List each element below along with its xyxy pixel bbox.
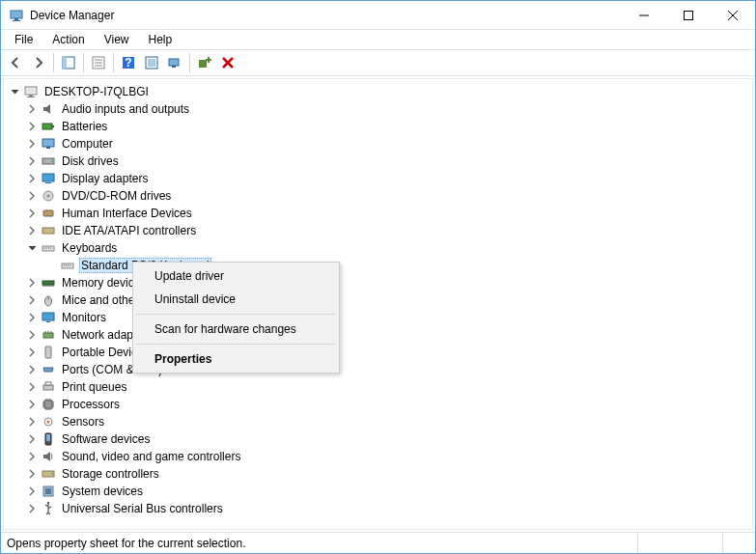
tree-category[interactable]: Processors: [4, 396, 752, 413]
forward-button[interactable]: [28, 52, 49, 73]
ctx-scan-hardware[interactable]: Scan for hardware changes: [135, 318, 337, 341]
expand-icon[interactable]: [25, 311, 39, 324]
expand-icon[interactable]: [25, 415, 39, 429]
expand-icon[interactable]: [25, 120, 39, 133]
tree-category-label: Keyboards: [60, 241, 119, 255]
expand-icon[interactable]: [25, 485, 39, 498]
keyboard-icon: [60, 258, 75, 273]
device-tree[interactable]: DESKTOP-I7QLBGIAudio inputs and outputsB…: [3, 78, 753, 530]
tree-category[interactable]: Universal Serial Bus controllers: [4, 500, 752, 517]
expand-icon[interactable]: [25, 467, 39, 481]
expand-icon[interactable]: [25, 328, 39, 342]
svg-rect-23: [42, 174, 54, 181]
add-legacy-button[interactable]: [194, 52, 215, 73]
svg-rect-27: [43, 210, 53, 216]
tree-category[interactable]: Portable Devices: [4, 344, 752, 361]
ctx-update-driver[interactable]: Update driver: [135, 264, 337, 288]
svg-rect-1: [14, 18, 18, 20]
tree-category-label: Print queues: [60, 380, 128, 394]
tree-category[interactable]: Ports (COM & LPT): [4, 361, 752, 378]
properties-button[interactable]: [88, 52, 109, 73]
action-button[interactable]: [141, 52, 162, 73]
tree-device[interactable]: Standard PS/2 Keyboard: [4, 257, 752, 274]
expand-icon[interactable]: [25, 293, 39, 307]
tree-category-label: Processors: [60, 398, 122, 411]
category-icon: [41, 136, 56, 152]
expand-icon[interactable]: [25, 224, 39, 237]
svg-rect-14: [25, 87, 37, 95]
tree-category[interactable]: Sound, video and game controllers: [4, 448, 752, 465]
menu-view[interactable]: View: [97, 31, 137, 48]
tree-category-label: Disk drives: [60, 154, 121, 168]
tree-category[interactable]: Audio inputs and outputs: [4, 100, 752, 118]
minimize-button[interactable]: [622, 1, 666, 30]
expand-icon[interactable]: [25, 502, 39, 515]
expand-icon[interactable]: [25, 207, 39, 220]
tree-category[interactable]: Software devices: [4, 430, 752, 448]
separator: [83, 53, 84, 72]
help-button[interactable]: ?: [118, 52, 139, 73]
ctx-uninstall-device[interactable]: Uninstall device: [135, 288, 337, 311]
expand-icon[interactable]: [25, 363, 39, 376]
menu-action[interactable]: Action: [44, 31, 92, 48]
menu-file[interactable]: File: [7, 31, 41, 48]
tree-category[interactable]: Human Interface Devices: [4, 205, 752, 222]
expand-icon[interactable]: [25, 432, 39, 446]
tree-category[interactable]: Storage controllers: [4, 465, 752, 483]
tree-category[interactable]: Disk drives: [4, 152, 752, 170]
status-bar: Opens property sheet for the current sel…: [1, 532, 755, 553]
tree-category[interactable]: Batteries: [4, 118, 752, 135]
spacer: [44, 259, 58, 272]
expand-icon[interactable]: [25, 380, 39, 394]
svg-rect-18: [52, 125, 54, 127]
category-icon: [41, 327, 56, 343]
tree-category-label: System devices: [60, 485, 145, 498]
tree-category[interactable]: Monitors: [4, 309, 752, 326]
expand-icon[interactable]: [25, 154, 39, 168]
category-icon: [41, 466, 56, 482]
tree-category[interactable]: Keyboards: [4, 239, 752, 257]
expand-icon[interactable]: [25, 137, 39, 151]
collapse-icon[interactable]: [8, 85, 21, 98]
maximize-button[interactable]: [666, 1, 711, 30]
menu-help[interactable]: Help: [141, 31, 181, 48]
expand-icon[interactable]: [25, 398, 39, 411]
tree-category[interactable]: Print queues: [4, 378, 752, 396]
tree-category[interactable]: Memory devices: [4, 274, 752, 291]
tree-category[interactable]: Mice and other pointing devices: [4, 291, 752, 309]
svg-rect-0: [11, 11, 22, 18]
tree-root-node[interactable]: DESKTOP-I7QLBGI: [4, 83, 752, 100]
tree-category[interactable]: IDE ATA/ATAPI controllers: [4, 222, 752, 239]
tree-category[interactable]: Sensors: [4, 413, 752, 430]
svg-point-41: [47, 421, 50, 424]
expand-icon[interactable]: [25, 102, 39, 116]
expand-icon[interactable]: [25, 189, 39, 203]
tree-category[interactable]: Display adapters: [4, 170, 752, 187]
tree-category[interactable]: Computer: [4, 135, 752, 152]
uninstall-button[interactable]: [217, 52, 238, 73]
collapse-icon[interactable]: [25, 241, 39, 255]
ctx-properties[interactable]: Properties: [135, 347, 337, 371]
tree-category[interactable]: System devices: [4, 483, 752, 500]
close-button[interactable]: [711, 1, 755, 30]
expand-icon[interactable]: [25, 172, 39, 185]
separator: [113, 53, 114, 72]
tree-category[interactable]: Network adapters: [4, 326, 752, 344]
svg-rect-35: [43, 333, 53, 338]
separator: [136, 314, 336, 315]
scan-hardware-button[interactable]: [164, 52, 185, 73]
expand-icon[interactable]: [25, 450, 39, 463]
back-button[interactable]: [5, 52, 26, 73]
show-hide-tree-button[interactable]: [58, 52, 79, 73]
category-icon: [41, 119, 56, 134]
svg-rect-13: [199, 60, 207, 68]
separator: [136, 344, 336, 345]
svg-rect-10: [148, 59, 155, 67]
expand-icon[interactable]: [25, 346, 39, 359]
svg-rect-43: [46, 434, 50, 441]
computer-icon: [23, 84, 39, 99]
expand-icon[interactable]: [25, 276, 39, 290]
svg-point-26: [47, 195, 50, 198]
tree-category-label: Monitors: [60, 311, 108, 324]
tree-category[interactable]: DVD/CD-ROM drives: [4, 187, 752, 205]
